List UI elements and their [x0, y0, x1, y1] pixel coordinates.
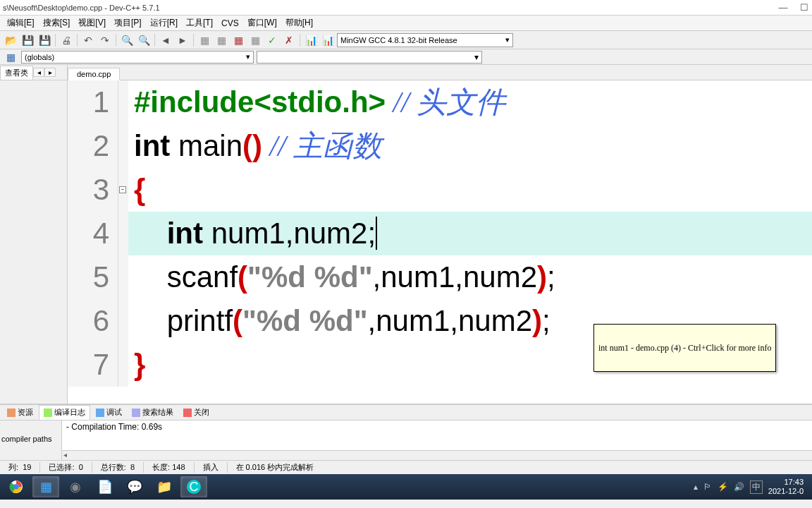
nav-right-icon[interactable]: ▸: [44, 68, 56, 77]
menu-edit[interactable]: 编辑[E]: [3, 16, 39, 30]
compile-run-button[interactable]: ▦: [230, 32, 246, 48]
fold-gutter[interactable]: −: [118, 168, 128, 212]
notepad-icon[interactable]: 📄: [92, 476, 118, 497]
class-view-tab[interactable]: 查看类: [0, 66, 33, 80]
dropdown-icon: ▾: [246, 52, 250, 61]
compile-log-output[interactable]: - Compilation Time: 0.69s ◂: [62, 421, 812, 460]
system-tray: ▴ 🏳 ⚡ 🔊 中 17:43 2021-12-0: [694, 478, 809, 496]
replace-button[interactable]: 🔍: [136, 32, 152, 48]
fold-gutter: [118, 299, 128, 343]
text-cursor: [376, 217, 377, 250]
compile-button[interactable]: ▦: [197, 32, 212, 48]
line-number: 7: [68, 343, 118, 387]
output-tabs: 资源 编译日志 调试 搜索结果 关闭: [0, 405, 812, 421]
open-button[interactable]: 📂: [3, 32, 18, 48]
forward-button[interactable]: ►: [175, 32, 190, 48]
line-number: 5: [68, 255, 118, 299]
app-icon[interactable]: ◉: [62, 476, 89, 497]
redo-button[interactable]: ↷: [97, 32, 113, 48]
status-selection: 已选择: 0: [40, 462, 92, 473]
menu-tools[interactable]: 工具[T]: [182, 16, 217, 30]
tab-search-results[interactable]: 搜索结果: [128, 406, 178, 419]
print-button[interactable]: 🖨: [59, 32, 74, 48]
clock-time: 17:43: [768, 478, 804, 487]
scroll-left-icon[interactable]: ◂: [63, 451, 67, 459]
compiler-paths-panel: compiler paths: [0, 421, 62, 460]
compiler-label: MinGW GCC 4.8.1 32-bit Release: [340, 36, 457, 44]
menu-view[interactable]: 视图[V]: [74, 16, 110, 30]
line-number: 2: [68, 124, 118, 168]
tray-up-icon[interactable]: ▴: [694, 482, 698, 492]
minimize-button[interactable]: —: [778, 2, 788, 13]
tray-flag-icon[interactable]: 🏳: [703, 482, 712, 492]
menu-cvs[interactable]: CVS: [217, 17, 243, 30]
function-select[interactable]: ▾: [257, 51, 482, 64]
scope-label: (globals): [25, 53, 54, 61]
tab-compile-log[interactable]: 编译日志: [39, 405, 90, 420]
fold-gutter: [118, 255, 128, 299]
file-tab-bar: demo.cpp: [68, 65, 812, 80]
separator: [154, 34, 155, 47]
chrome-icon[interactable]: [3, 476, 30, 497]
run-button[interactable]: ▦: [214, 32, 229, 48]
explorer-icon[interactable]: 📁: [151, 476, 178, 497]
code-line: 5 scanf("%d %d",num1,num2);: [68, 255, 812, 299]
tab-debug[interactable]: 调试: [92, 406, 126, 419]
delete-profile-button[interactable]: 📊: [320, 32, 336, 48]
undo-button[interactable]: ↶: [80, 32, 96, 48]
devcpp-icon[interactable]: ▦: [32, 476, 59, 497]
tray-network-icon[interactable]: ⚡: [718, 482, 728, 492]
menu-search[interactable]: 搜索[S]: [39, 16, 75, 30]
line-number: 6: [68, 299, 118, 343]
separator: [116, 34, 116, 47]
toolbar: 📂 💾 💾 🖨 ↶ ↷ 🔍 🔍 ◄ ► ▦ ▦ ▦ ▦ ✓ ✗ 📊 📊 MinG…: [0, 31, 812, 49]
menu-window[interactable]: 窗口[W]: [243, 16, 281, 30]
window-title: s\Neusoft\Desktop\demo.cpp - Dev-C++ 5.7…: [3, 4, 160, 12]
output-content: compiler paths - Compilation Time: 0.69s…: [0, 421, 812, 460]
dropdown-icon: ▾: [474, 52, 479, 62]
output-panel: 资源 编译日志 调试 搜索结果 关闭 compiler paths - Comp…: [0, 404, 812, 460]
separator: [300, 34, 300, 47]
back-button[interactable]: ◄: [158, 32, 173, 48]
debug-button[interactable]: ✓: [264, 32, 280, 48]
resource-icon: [7, 409, 16, 417]
horizontal-scrollbar[interactable]: ◂: [62, 450, 812, 460]
wechat-icon[interactable]: 💬: [121, 476, 148, 497]
goto-button[interactable]: ▦: [3, 49, 18, 65]
status-bar: 列: 19 已选择: 0 总行数: 8 长度: 148 插入 在 0.016 秒…: [0, 460, 812, 474]
fold-gutter: [118, 124, 128, 168]
taskbar-clock[interactable]: 17:43 2021-12-0: [768, 478, 804, 496]
profile-button[interactable]: 📊: [303, 32, 319, 48]
tab-resources[interactable]: 资源: [3, 406, 37, 419]
code-line: 1 #include<stdio.h> // 头文件: [68, 80, 812, 124]
fold-gutter: [118, 212, 128, 255]
menu-bar: 编辑[E] 搜索[S] 视图[V] 项目[P] 运行[R] 工具[T] CVS …: [0, 16, 812, 31]
window-controls: — ☐: [778, 2, 809, 13]
code-editor[interactable]: 1 #include<stdio.h> // 头文件 2 int main() …: [68, 80, 812, 404]
menu-project[interactable]: 项目[P]: [110, 16, 146, 30]
separator: [193, 34, 194, 47]
stop-button[interactable]: ✗: [281, 32, 297, 48]
line-number: 1: [68, 80, 118, 124]
compiler-select[interactable]: MinGW GCC 4.8.1 32-bit Release ▾: [337, 33, 513, 47]
app2-icon[interactable]: C: [180, 476, 207, 497]
find-button[interactable]: 🔍: [119, 32, 135, 48]
tab-close[interactable]: 关闭: [179, 406, 214, 419]
title-bar: s\Neusoft\Desktop\demo.cpp - Dev-C++ 5.7…: [0, 0, 812, 16]
maximize-button[interactable]: ☐: [799, 2, 809, 13]
editor-area: demo.cpp 1 #include<stdio.h> // 头文件 2 in…: [68, 65, 812, 404]
tray-volume-icon[interactable]: 🔊: [734, 482, 744, 492]
windows-taskbar: ▦ ◉ 📄 💬 📁 C ▴ 🏳 ⚡ 🔊 中 17:43 2021-12-0: [0, 474, 812, 500]
dropdown-icon: ▾: [505, 35, 510, 44]
nav-left-icon[interactable]: ◂: [33, 68, 44, 77]
file-tab-demo[interactable]: demo.cpp: [68, 68, 120, 80]
save-button[interactable]: 💾: [20, 32, 35, 48]
menu-run[interactable]: 运行[R]: [146, 16, 182, 30]
rebuild-button[interactable]: ▦: [247, 32, 263, 48]
scope-select[interactable]: (globals) ▾: [21, 51, 254, 64]
separator: [55, 34, 56, 47]
menu-help[interactable]: 帮助[H]: [281, 16, 317, 30]
save-all-button[interactable]: 💾: [37, 32, 52, 48]
code-line: 3 − {: [68, 168, 812, 212]
tray-ime-icon[interactable]: 中: [750, 480, 763, 494]
